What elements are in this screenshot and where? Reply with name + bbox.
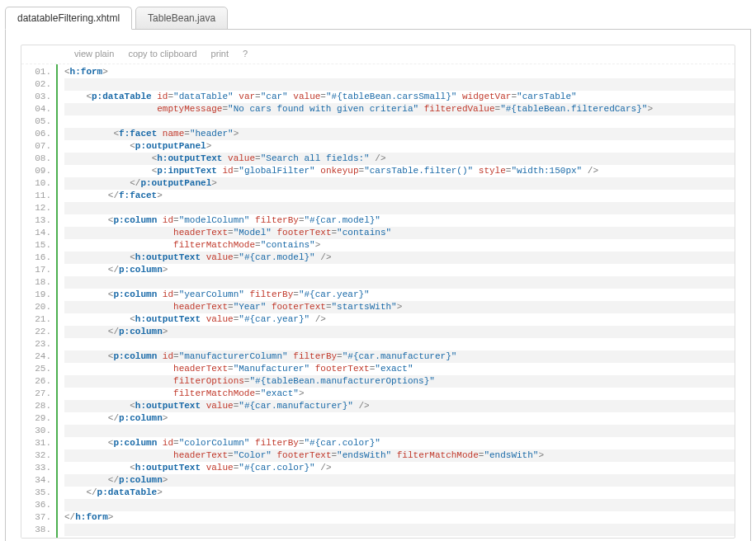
code-line: <h:outputText value="#{car.model}" />	[64, 252, 735, 264]
code-line: headerText="Manufacturer" footerText="ex…	[64, 363, 735, 375]
line-number: 01.	[21, 66, 51, 78]
code-line: <p:column id="colorColumn" filterBy="#{c…	[64, 437, 735, 449]
toolbar-copy[interactable]: copy to clipboard	[128, 49, 196, 59]
line-number: 28.	[21, 400, 51, 412]
line-number: 18.	[21, 276, 51, 289]
line-number: 31.	[21, 437, 51, 449]
toolbar-print[interactable]: print	[211, 49, 229, 59]
line-number: 22.	[21, 326, 51, 338]
line-number: 20.	[21, 301, 51, 313]
code-line: emptyMessage="No cars found with given c…	[64, 103, 735, 115]
line-number: 37.	[21, 511, 51, 524]
line-number: 38.	[21, 524, 51, 536]
code-line	[64, 524, 735, 536]
code-line: headerText="Model" footerText="contains"	[64, 227, 735, 239]
code-content[interactable]: <h:form> <p:dataTable id="dataTable" var…	[58, 64, 735, 538]
line-number: 16.	[21, 252, 51, 264]
code-line: </h:form>	[64, 511, 735, 524]
toolbar-help[interactable]: ?	[243, 49, 248, 59]
code-line	[64, 338, 735, 350]
code-line: filterMatchMode="exact">	[64, 388, 735, 400]
line-number: 09.	[21, 165, 51, 177]
code-line: filterOptions="#{tableBean.manufacturerO…	[64, 375, 735, 388]
line-number: 02.	[21, 78, 51, 91]
line-number: 11.	[21, 190, 51, 202]
code-line	[64, 499, 735, 511]
code-line	[64, 78, 735, 91]
tab-bar: datatableFiltering.xhtml TableBean.java	[5, 5, 751, 30]
line-number: 12.	[21, 202, 51, 214]
code-toolbar: view plain copy to clipboard print ?	[21, 45, 735, 64]
code-line: <h:outputText value="#{car.year}" />	[64, 313, 735, 326]
line-number: 34.	[21, 474, 51, 487]
line-number: 07.	[21, 140, 51, 153]
code-line	[64, 202, 735, 214]
code-box: view plain copy to clipboard print ? 01.…	[21, 45, 735, 539]
code-line: headerText="Color" footerText="endsWith"…	[64, 449, 735, 462]
code-line: filterMatchMode="contains">	[64, 239, 735, 252]
code-line: <h:outputText value="#{car.color}" />	[64, 462, 735, 474]
code-line: <p:outputPanel>	[64, 140, 735, 153]
code-line: <p:dataTable id="dataTable" var="car" va…	[64, 91, 735, 103]
tab-java[interactable]: TableBean.java	[135, 7, 228, 30]
code-line: <h:form>	[64, 66, 735, 78]
line-number: 29.	[21, 412, 51, 425]
line-number: 15.	[21, 239, 51, 252]
code-line: </p:column>	[64, 264, 735, 276]
line-number: 05.	[21, 115, 51, 128]
code-line	[64, 115, 735, 128]
line-number: 03.	[21, 91, 51, 103]
line-gutter: 01.02.03.04.05.06.07.08.09.10.11.12.13.1…	[21, 64, 58, 538]
line-number: 23.	[21, 338, 51, 350]
line-number: 17.	[21, 264, 51, 276]
code-line	[64, 276, 735, 289]
line-number: 08.	[21, 153, 51, 165]
code-line: <h:outputText value="Search all fields:"…	[64, 153, 735, 165]
line-number: 24.	[21, 350, 51, 363]
line-number: 30.	[21, 425, 51, 437]
line-number: 26.	[21, 375, 51, 388]
line-number: 25.	[21, 363, 51, 375]
code-line: </p:column>	[64, 474, 735, 487]
code-line: headerText="Year" footerText="startsWith…	[64, 301, 735, 313]
line-number: 35.	[21, 487, 51, 499]
line-number: 21.	[21, 313, 51, 326]
code-line: <h:outputText value="#{car.manufacturer}…	[64, 400, 735, 412]
code-line: </f:facet>	[64, 190, 735, 202]
code-line: </p:column>	[64, 326, 735, 338]
line-number: 33.	[21, 462, 51, 474]
tab-panel: view plain copy to clipboard print ? 01.…	[5, 30, 751, 541]
code-line: </p:column>	[64, 412, 735, 425]
code-line: <p:column id="manufacturerColumn" filter…	[64, 350, 735, 363]
line-number: 19.	[21, 289, 51, 301]
code-line: <p:inputText id="globalFilter" onkeyup="…	[64, 165, 735, 177]
line-number: 27.	[21, 388, 51, 400]
code-line: </p:outputPanel>	[64, 177, 735, 190]
toolbar-view-plain[interactable]: view plain	[74, 49, 114, 59]
line-number: 10.	[21, 177, 51, 190]
code-line: <p:column id="modelColumn" filterBy="#{c…	[64, 214, 735, 227]
line-number: 13.	[21, 214, 51, 227]
line-number: 32.	[21, 449, 51, 462]
line-number: 06.	[21, 128, 51, 140]
code-line	[64, 425, 735, 437]
line-number: 36.	[21, 499, 51, 511]
code-line: </p:dataTable>	[64, 487, 735, 499]
code-line: <f:facet name="header">	[64, 128, 735, 140]
line-number: 04.	[21, 103, 51, 115]
line-number: 14.	[21, 227, 51, 239]
code-line: <p:column id="yearColumn" filterBy="#{ca…	[64, 289, 735, 301]
tab-xhtml[interactable]: datatableFiltering.xhtml	[5, 7, 132, 30]
